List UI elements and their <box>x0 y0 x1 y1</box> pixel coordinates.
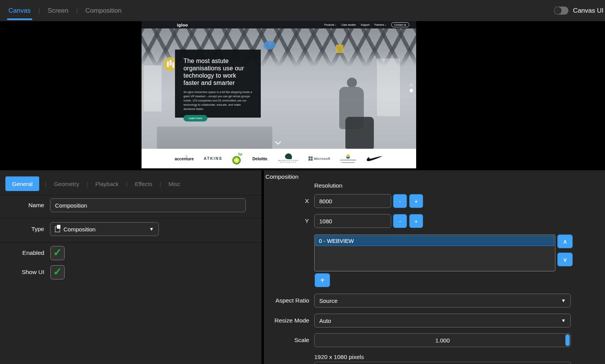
y-increment-button[interactable]: + <box>409 214 423 228</box>
resize-mode-dropdown[interactable]: Auto ▼ <box>314 314 571 327</box>
canvas-preview: igloo Products ∨ Case studies Support Pa… <box>0 21 605 168</box>
dropdown-arrow-icon: ▼ <box>561 298 566 303</box>
chevron-down-icon: ∨ <box>335 24 337 26</box>
scale-value: 1.000 <box>435 337 450 344</box>
carousel-dot-active <box>410 89 413 92</box>
chair-silhouette <box>345 117 374 149</box>
tab-playback[interactable]: Playback <box>94 181 120 187</box>
property-tab-bar: General | Geometry | Playback | Effects … <box>5 176 182 191</box>
enabled-label: Enabled <box>0 249 44 256</box>
scroll-down-chevron-icon <box>275 141 281 145</box>
x-increment-button[interactable]: + <box>409 194 423 208</box>
nike-swoosh-icon <box>366 156 383 162</box>
tab-separator: | <box>87 181 88 187</box>
aspect-ratio-value: Source <box>319 298 338 304</box>
layer-list[interactable]: 0 - WEBVIEW <box>314 234 555 271</box>
projected-panel <box>377 58 400 116</box>
aspect-ratio-label: Aspect Ratio <box>264 297 309 304</box>
hero-image: The most astute organisations use our te… <box>142 28 416 149</box>
bp-sunflower-icon <box>232 156 241 165</box>
y-decrement-button[interactable]: - <box>393 214 407 228</box>
atkins-logo: ATKINS <box>204 156 222 161</box>
nav-contact-us: Contact us <box>391 22 409 27</box>
scale-slider-handle[interactable] <box>565 334 570 346</box>
toggle-knob <box>554 7 562 14</box>
composition-properties-panel: General | Geometry | Playback | Effects … <box>0 170 262 364</box>
michigan-state-logo: MICHIGAN STATE UNIVERSITY <box>278 153 298 164</box>
chevron-down-icon: ∨ <box>385 24 386 26</box>
yellow-graphic <box>336 45 343 53</box>
site-nav-bar: igloo Products ∨ Case studies Support Pa… <box>142 21 416 28</box>
resolution-label: Resolution <box>314 182 342 189</box>
canvas-ui-toggle-label: Canvas UI <box>573 7 603 15</box>
tab-geometry[interactable]: Geometry <box>52 181 81 187</box>
tab-separator: | <box>45 181 47 187</box>
add-layer-button[interactable]: + <box>315 273 330 287</box>
tab-composition[interactable]: Composition <box>83 0 124 21</box>
nav-products: Products ∨ <box>324 23 336 26</box>
tab-separator: | <box>126 181 128 187</box>
panel-title: Composition <box>265 173 298 180</box>
resize-mode-value: Auto <box>319 317 331 324</box>
linne-university-logo: Linnéuniversitetet <box>340 154 356 163</box>
layer-row-webview[interactable]: 0 - WEBVIEW <box>315 236 554 246</box>
tab-separator: | <box>76 7 78 14</box>
y-label: Y <box>264 218 309 224</box>
tab-effects[interactable]: Effects <box>133 181 154 187</box>
show-ui-label: Show UI <box>0 269 44 276</box>
move-layer-down-button[interactable]: ∨ <box>557 253 573 266</box>
composition-type-icon <box>55 226 60 232</box>
scale-slider[interactable]: 1.000 <box>314 333 571 347</box>
webview-preview: igloo Products ∨ Case studies Support Pa… <box>142 21 416 168</box>
carousel-dot-inactive <box>410 83 413 86</box>
composition-settings-panel: Composition Resolution X - + Y - + 0 - W… <box>264 170 605 364</box>
nav-partners: Partners ∨ <box>375 23 386 26</box>
x-decrement-button[interactable]: - <box>393 194 407 208</box>
learn-more-button: Learn more <box>183 115 207 121</box>
type-value: Composition <box>63 226 95 233</box>
tab-misc[interactable]: Misc <box>167 181 182 187</box>
projected-panel <box>144 65 162 111</box>
microsoft-logo: Microsoft <box>308 156 330 161</box>
tab-canvas[interactable]: Canvas <box>6 0 33 21</box>
resolution-y-input[interactable] <box>314 214 391 228</box>
top-tab-bar: Canvas | Screen | Composition <box>6 0 124 21</box>
top-bar: Canvas | Screen | Composition Canvas UI <box>0 0 605 21</box>
check-icon: ✓ <box>53 248 62 258</box>
nav-case-studies: Case studies <box>342 23 356 26</box>
hero-heading: The most astute organisations use our te… <box>183 57 253 86</box>
check-icon: ✓ <box>53 267 62 277</box>
linne-emblem-icon <box>346 154 350 159</box>
name-input[interactable] <box>50 198 246 212</box>
tab-separator: | <box>38 7 40 14</box>
igloo-logo: igloo <box>177 23 188 27</box>
nav-support: Support <box>361 23 370 26</box>
dropdown-arrow-icon: ▼ <box>561 318 566 323</box>
name-label: Name <box>0 202 44 209</box>
accenture-mark: > <box>186 155 187 157</box>
tab-general[interactable]: General <box>5 176 39 191</box>
move-layer-up-button[interactable]: ∧ <box>557 234 573 248</box>
enabled-checkbox[interactable]: ✓ <box>50 246 65 260</box>
aspect-ratio-dropdown[interactable]: Source ▼ <box>314 294 571 307</box>
scale-label: Scale <box>264 337 309 344</box>
microsoft-squares-icon <box>308 156 313 161</box>
next-control-partial <box>314 362 571 364</box>
accenture-logo: > accenture <box>175 156 194 161</box>
resolution-x-input[interactable] <box>314 194 391 208</box>
tab-screen[interactable]: Screen <box>45 0 71 21</box>
dropdown-arrow-icon: ▼ <box>149 226 154 232</box>
output-pixels-text: 1920 x 1080 pixels <box>314 354 364 361</box>
canvas-ui-toggle[interactable] <box>554 7 568 15</box>
type-dropdown[interactable]: Composition ▼ <box>50 222 159 236</box>
x-label: X <box>264 198 309 204</box>
desk-silhouette <box>157 126 272 149</box>
type-label: Type <box>0 226 44 233</box>
spartan-helmet-icon <box>285 153 292 159</box>
hero-card: The most astute organisations use our te… <box>175 50 261 118</box>
resize-mode-label: Resize Mode <box>264 317 309 324</box>
tab-separator: | <box>160 181 161 187</box>
deloitte-logo: Deloitte. <box>252 156 268 161</box>
show-ui-checkbox[interactable]: ✓ <box>50 265 65 279</box>
client-logos-bar: > accenture ATKINS bp Deloitte. MICHIGAN… <box>142 149 416 168</box>
